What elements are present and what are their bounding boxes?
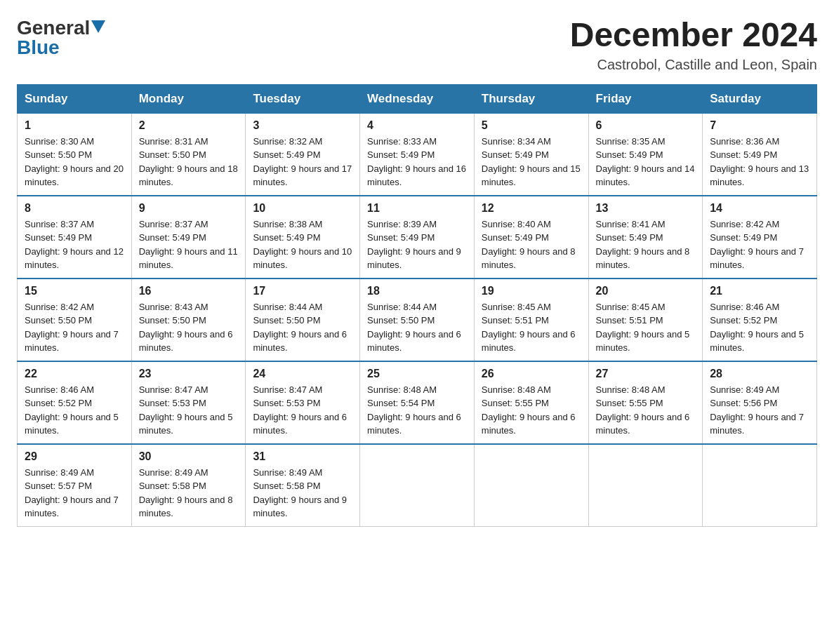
sunset-label: Sunset: 5:55 PM — [596, 398, 663, 408]
table-row — [588, 444, 703, 527]
day-number: 27 — [596, 368, 696, 380]
sunset-label: Sunset: 5:51 PM — [596, 315, 663, 326]
table-row: 2 Sunrise: 8:31 AM Sunset: 5:50 PM Dayli… — [131, 113, 246, 196]
daylight-label: Daylight: 9 hours and 5 minutes. — [596, 329, 690, 354]
table-row: 18 Sunrise: 8:44 AM Sunset: 5:50 PM Dayl… — [360, 279, 475, 361]
sunset-label: Sunset: 5:49 PM — [482, 232, 549, 243]
daylight-label: Daylight: 9 hours and 20 minutes. — [25, 163, 124, 188]
day-number: 17 — [253, 285, 352, 297]
day-info: Sunrise: 8:39 AM Sunset: 5:49 PM Dayligh… — [367, 217, 467, 272]
title-section: December 2024 Castrobol, Castille and Le… — [570, 17, 817, 73]
day-info: Sunrise: 8:43 AM Sunset: 5:50 PM Dayligh… — [139, 300, 239, 355]
sunset-label: Sunset: 5:56 PM — [710, 398, 777, 408]
sunset-label: Sunset: 5:52 PM — [710, 315, 777, 326]
daylight-label: Daylight: 9 hours and 7 minutes. — [710, 412, 804, 436]
day-number: 20 — [596, 285, 696, 297]
table-row: 1 Sunrise: 8:30 AM Sunset: 5:50 PM Dayli… — [18, 113, 132, 196]
sunset-label: Sunset: 5:49 PM — [482, 149, 549, 160]
calendar-week-3: 15 Sunrise: 8:42 AM Sunset: 5:50 PM Dayl… — [18, 279, 817, 361]
table-row: 6 Sunrise: 8:35 AM Sunset: 5:49 PM Dayli… — [588, 113, 703, 196]
day-info: Sunrise: 8:37 AM Sunset: 5:49 PM Dayligh… — [139, 217, 239, 272]
sunrise-label: Sunrise: 8:47 AM — [139, 384, 208, 395]
daylight-label: Daylight: 9 hours and 10 minutes. — [253, 246, 352, 271]
table-row: 26 Sunrise: 8:48 AM Sunset: 5:55 PM Dayl… — [474, 361, 588, 444]
day-number: 29 — [25, 450, 124, 463]
day-info: Sunrise: 8:48 AM Sunset: 5:54 PM Dayligh… — [367, 383, 467, 438]
daylight-label: Daylight: 9 hours and 17 minutes. — [253, 163, 352, 188]
sunrise-label: Sunrise: 8:49 AM — [253, 467, 322, 478]
sunset-label: Sunset: 5:50 PM — [25, 315, 92, 326]
table-row: 23 Sunrise: 8:47 AM Sunset: 5:53 PM Dayl… — [131, 361, 246, 444]
logo-blue-text: Blue — [17, 36, 60, 59]
col-monday: Monday — [131, 84, 246, 113]
table-row: 14 Sunrise: 8:42 AM Sunset: 5:49 PM Dayl… — [703, 196, 817, 279]
day-number: 8 — [25, 202, 124, 215]
sunrise-label: Sunrise: 8:44 AM — [367, 302, 437, 312]
daylight-label: Daylight: 9 hours and 7 minutes. — [25, 495, 119, 519]
page-header: General Blue December 2024 Castrobol, Ca… — [17, 17, 817, 73]
day-number: 31 — [253, 450, 352, 463]
day-info: Sunrise: 8:49 AM Sunset: 5:58 PM Dayligh… — [139, 466, 239, 521]
day-info: Sunrise: 8:36 AM Sunset: 5:49 PM Dayligh… — [710, 135, 809, 189]
sunrise-label: Sunrise: 8:37 AM — [139, 219, 208, 229]
day-info: Sunrise: 8:44 AM Sunset: 5:50 PM Dayligh… — [367, 300, 467, 355]
daylight-label: Daylight: 9 hours and 7 minutes. — [25, 329, 119, 354]
sunset-label: Sunset: 5:50 PM — [367, 315, 435, 326]
logo-arrow-icon — [91, 20, 105, 36]
daylight-label: Daylight: 9 hours and 6 minutes. — [253, 412, 347, 436]
sunrise-label: Sunrise: 8:43 AM — [139, 302, 208, 312]
sunrise-label: Sunrise: 8:39 AM — [367, 219, 437, 229]
day-info: Sunrise: 8:47 AM Sunset: 5:53 PM Dayligh… — [253, 383, 352, 438]
daylight-label: Daylight: 9 hours and 7 minutes. — [710, 246, 804, 271]
day-number: 10 — [253, 202, 352, 215]
day-number: 6 — [596, 119, 696, 132]
day-number: 14 — [710, 202, 809, 215]
sunrise-label: Sunrise: 8:36 AM — [710, 136, 779, 147]
day-info: Sunrise: 8:44 AM Sunset: 5:50 PM Dayligh… — [253, 300, 352, 355]
col-thursday: Thursday — [474, 84, 588, 113]
table-row: 29 Sunrise: 8:49 AM Sunset: 5:57 PM Dayl… — [18, 444, 132, 527]
calendar-week-4: 22 Sunrise: 8:46 AM Sunset: 5:52 PM Dayl… — [18, 361, 817, 444]
daylight-label: Daylight: 9 hours and 18 minutes. — [139, 163, 238, 188]
sunrise-label: Sunrise: 8:46 AM — [25, 384, 94, 395]
calendar-table: Sunday Monday Tuesday Wednesday Thursday… — [17, 84, 817, 527]
daylight-label: Daylight: 9 hours and 9 minutes. — [367, 246, 461, 271]
sunrise-label: Sunrise: 8:37 AM — [25, 219, 94, 229]
table-row — [360, 444, 475, 527]
table-row: 31 Sunrise: 8:49 AM Sunset: 5:58 PM Dayl… — [246, 444, 360, 527]
daylight-label: Daylight: 9 hours and 6 minutes. — [253, 329, 347, 354]
day-info: Sunrise: 8:45 AM Sunset: 5:51 PM Dayligh… — [596, 300, 696, 355]
sunset-label: Sunset: 5:49 PM — [139, 232, 206, 243]
calendar-header-row: Sunday Monday Tuesday Wednesday Thursday… — [18, 84, 817, 113]
sunrise-label: Sunrise: 8:42 AM — [710, 219, 779, 229]
day-number: 1 — [25, 119, 124, 132]
day-info: Sunrise: 8:33 AM Sunset: 5:49 PM Dayligh… — [367, 135, 467, 189]
day-info: Sunrise: 8:38 AM Sunset: 5:49 PM Dayligh… — [253, 217, 352, 272]
day-info: Sunrise: 8:40 AM Sunset: 5:49 PM Dayligh… — [482, 217, 581, 272]
day-info: Sunrise: 8:49 AM Sunset: 5:56 PM Dayligh… — [710, 383, 809, 438]
daylight-label: Daylight: 9 hours and 15 minutes. — [482, 163, 581, 188]
sunrise-label: Sunrise: 8:31 AM — [139, 136, 208, 147]
table-row: 10 Sunrise: 8:38 AM Sunset: 5:49 PM Dayl… — [246, 196, 360, 279]
day-number: 19 — [482, 285, 581, 297]
sunrise-label: Sunrise: 8:46 AM — [710, 302, 779, 312]
sunset-label: Sunset: 5:49 PM — [596, 149, 663, 160]
sunrise-label: Sunrise: 8:40 AM — [482, 219, 551, 229]
sunrise-label: Sunrise: 8:48 AM — [367, 384, 437, 395]
day-number: 23 — [139, 368, 239, 380]
day-info: Sunrise: 8:42 AM Sunset: 5:50 PM Dayligh… — [25, 300, 124, 355]
sunrise-label: Sunrise: 8:38 AM — [253, 219, 322, 229]
day-info: Sunrise: 8:45 AM Sunset: 5:51 PM Dayligh… — [482, 300, 581, 355]
sunset-label: Sunset: 5:54 PM — [367, 398, 435, 408]
sunset-label: Sunset: 5:49 PM — [367, 232, 435, 243]
daylight-label: Daylight: 9 hours and 6 minutes. — [482, 412, 576, 436]
sunset-label: Sunset: 5:58 PM — [139, 481, 206, 491]
table-row: 24 Sunrise: 8:47 AM Sunset: 5:53 PM Dayl… — [246, 361, 360, 444]
daylight-label: Daylight: 9 hours and 6 minutes. — [482, 329, 576, 354]
daylight-label: Daylight: 9 hours and 13 minutes. — [710, 163, 809, 188]
day-info: Sunrise: 8:42 AM Sunset: 5:49 PM Dayligh… — [710, 217, 809, 272]
day-number: 2 — [139, 119, 239, 132]
sunrise-label: Sunrise: 8:33 AM — [367, 136, 437, 147]
sunrise-label: Sunrise: 8:49 AM — [710, 384, 779, 395]
day-number: 15 — [25, 285, 124, 297]
